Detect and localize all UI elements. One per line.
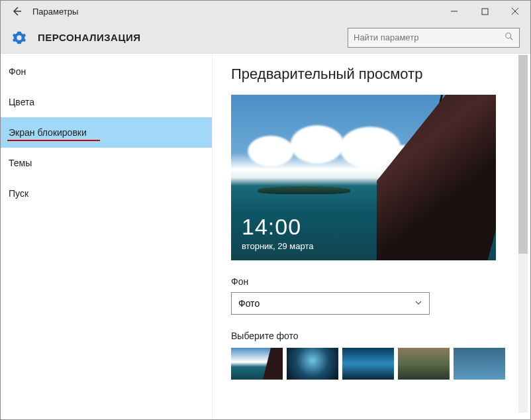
lockscreen-preview: 14:00 вторник, 29 марта — [231, 95, 496, 260]
sidebar-item-lockscreen[interactable]: Экран блокировки — [1, 117, 212, 148]
chevron-down-icon — [414, 299, 422, 309]
svg-line-5 — [510, 38, 513, 40]
category-heading: ПЕРСОНАЛИЗАЦИЯ — [38, 32, 140, 43]
svg-rect-1 — [482, 9, 488, 15]
sidebar: Фон Цвета Экран блокировки Темы Пуск — [1, 54, 213, 419]
sidebar-item-background[interactable]: Фон — [1, 56, 212, 87]
minimize-button[interactable] — [439, 1, 469, 22]
window-title: Параметры — [32, 7, 78, 17]
lockscreen-time: 14:00 — [242, 214, 313, 240]
photo-thumb[interactable] — [342, 348, 394, 380]
photo-thumb[interactable] — [454, 348, 505, 380]
sidebar-item-label: Экран блокировки — [9, 127, 87, 138]
arrow-left-icon — [11, 6, 22, 17]
content-area: Предварительный просмотр 14:00 вторник, … — [213, 54, 530, 419]
lockscreen-date: вторник, 29 марта — [242, 241, 313, 251]
scrollbar-track[interactable] — [518, 55, 528, 413]
lockscreen-info: 14:00 вторник, 29 марта — [242, 214, 313, 251]
preview-heading: Предварительный просмотр — [231, 66, 512, 83]
sidebar-item-themes[interactable]: Темы — [1, 148, 212, 178]
search-input[interactable] — [354, 32, 505, 42]
preview-wing — [397, 95, 496, 260]
titlebar: Параметры — [1, 1, 530, 22]
maximize-icon — [481, 8, 489, 15]
maximize-button[interactable] — [469, 1, 500, 22]
sidebar-item-label: Пуск — [9, 188, 28, 199]
back-button[interactable] — [6, 1, 27, 22]
sidebar-item-start[interactable]: Пуск — [1, 178, 212, 209]
svg-point-4 — [506, 33, 511, 38]
photo-thumb[interactable] — [398, 348, 450, 380]
search-icon — [505, 32, 514, 43]
gear-icon — [11, 30, 27, 46]
sidebar-item-label: Цвета — [9, 97, 34, 107]
photo-thumbnails — [231, 348, 512, 380]
choose-photo-label: Выберите фото — [231, 331, 512, 341]
sidebar-item-label: Темы — [9, 158, 32, 168]
photo-thumb[interactable] — [231, 348, 283, 380]
dropdown-value: Фото — [238, 298, 414, 309]
close-icon — [511, 7, 519, 15]
search-box[interactable] — [348, 28, 520, 48]
background-label: Фон — [231, 276, 512, 287]
background-dropdown[interactable]: Фото — [231, 292, 430, 315]
sidebar-item-colors[interactable]: Цвета — [1, 87, 212, 117]
annotation-underline — [7, 140, 100, 141]
header: ПЕРСОНАЛИЗАЦИЯ — [1, 22, 530, 54]
minimize-icon — [450, 7, 458, 15]
sidebar-item-label: Фон — [9, 66, 26, 77]
photo-thumb[interactable] — [287, 348, 338, 380]
preview-island — [258, 186, 350, 194]
scrollbar-thumb[interactable] — [518, 55, 528, 254]
close-button[interactable] — [500, 1, 530, 22]
